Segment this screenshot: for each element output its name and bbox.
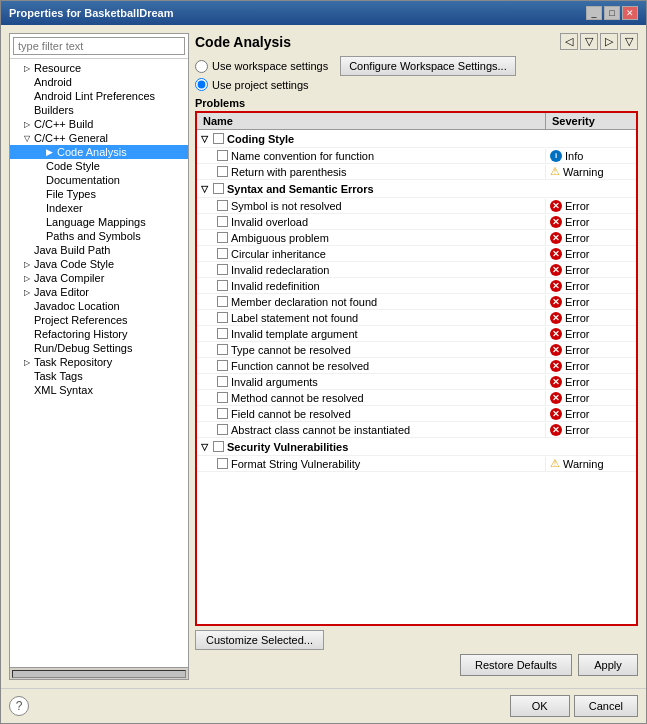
item-checkbox[interactable] [217, 392, 228, 403]
severity-label: Error [565, 264, 589, 276]
item-checkbox[interactable] [217, 296, 228, 307]
table-row[interactable]: Member declaration not found✕Error [197, 294, 636, 310]
collapse-icon[interactable]: ▽ [201, 442, 208, 452]
nav-forward-button[interactable]: ▷ [600, 33, 618, 50]
panel-header: Code Analysis ◁ ▽ ▷ ▽ [195, 33, 638, 50]
nav-forward-dropdown-button[interactable]: ▽ [620, 33, 638, 50]
error-icon: ✕ [550, 312, 562, 324]
apply-button[interactable]: Apply [578, 654, 638, 676]
table-row[interactable]: Symbol is not resolved✕Error [197, 198, 636, 214]
sidebar-item-builders[interactable]: Builders [10, 103, 188, 117]
sidebar-item-paths-symbols[interactable]: Paths and Symbols [10, 229, 188, 243]
cell-name: Format String Vulnerability [197, 457, 546, 471]
item-checkbox[interactable] [217, 328, 228, 339]
restore-defaults-button[interactable]: Restore Defaults [460, 654, 572, 676]
sidebar-item-android[interactable]: Android [10, 75, 188, 89]
table-row[interactable]: Ambiguous problem✕Error [197, 230, 636, 246]
sidebar-item-cpp-build[interactable]: ▷ C/C++ Build [10, 117, 188, 131]
sidebar-item-cpp-general[interactable]: ▽ C/C++ General [10, 131, 188, 145]
sidebar-item-run-debug[interactable]: Run/Debug Settings [10, 341, 188, 355]
configure-workspace-button[interactable]: Configure Workspace Settings... [340, 56, 516, 76]
error-icon: ✕ [550, 424, 562, 436]
ok-button[interactable]: OK [510, 695, 570, 717]
collapse-icon[interactable]: ▽ [201, 134, 208, 144]
section-checkbox[interactable] [213, 183, 224, 194]
item-checkbox[interactable] [217, 150, 228, 161]
table-body: ▽Coding StyleName convention for functio… [197, 130, 636, 624]
item-checkbox[interactable] [217, 248, 228, 259]
item-checkbox[interactable] [217, 200, 228, 211]
section-checkbox[interactable] [213, 441, 224, 452]
main-content: ▷ Resource Android Android Lint Preferen… [1, 25, 646, 688]
section-checkbox[interactable] [213, 133, 224, 144]
table-row[interactable]: Return with parenthesis⚠Warning [197, 164, 636, 180]
nav-dropdown-button[interactable]: ▽ [580, 33, 598, 50]
cell-severity: ✕Error [546, 199, 636, 213]
table-row[interactable]: Abstract class cannot be instantiated✕Er… [197, 422, 636, 438]
severity-label: Warning [563, 166, 604, 178]
sidebar-item-javadoc-location[interactable]: Javadoc Location [10, 299, 188, 313]
item-checkbox[interactable] [217, 232, 228, 243]
table-row[interactable]: Invalid redeclaration✕Error [197, 262, 636, 278]
table-row[interactable]: Method cannot be resolved✕Error [197, 390, 636, 406]
action-buttons: Restore Defaults Apply [195, 654, 638, 676]
sidebar-item-resource[interactable]: ▷ Resource [10, 61, 188, 75]
table-row[interactable]: Invalid overload✕Error [197, 214, 636, 230]
table-row[interactable]: Type cannot be resolved✕Error [197, 342, 636, 358]
item-checkbox[interactable] [217, 216, 228, 227]
sidebar-item-java-build-path[interactable]: Java Build Path [10, 243, 188, 257]
table-row[interactable]: Invalid template argument✕Error [197, 326, 636, 342]
item-label: Abstract class cannot be instantiated [231, 424, 410, 436]
item-checkbox[interactable] [217, 458, 228, 469]
nav-back-button[interactable]: ◁ [560, 33, 578, 50]
item-checkbox[interactable] [217, 424, 228, 435]
workspace-settings-radio[interactable] [195, 60, 208, 73]
maximize-button[interactable]: □ [604, 6, 620, 20]
sidebar-item-code-analysis[interactable]: ▶ Code Analysis [10, 145, 188, 159]
item-checkbox[interactable] [217, 280, 228, 291]
table-row[interactable]: Format String Vulnerability⚠Warning [197, 456, 636, 472]
sidebar-item-java-code-style[interactable]: ▷ Java Code Style [10, 257, 188, 271]
item-checkbox[interactable] [217, 408, 228, 419]
sidebar-item-label: Task Tags [34, 370, 83, 382]
horizontal-scrollbar[interactable] [12, 670, 186, 678]
table-row[interactable]: Invalid redefinition✕Error [197, 278, 636, 294]
sidebar-item-java-editor[interactable]: ▷ Java Editor [10, 285, 188, 299]
sidebar-item-android-lint[interactable]: Android Lint Preferences [10, 89, 188, 103]
sidebar-item-refactoring-history[interactable]: Refactoring History [10, 327, 188, 341]
sidebar-item-indexer[interactable]: Indexer [10, 201, 188, 215]
sidebar-item-documentation[interactable]: Documentation [10, 173, 188, 187]
item-checkbox[interactable] [217, 166, 228, 177]
project-settings-radio[interactable] [195, 78, 208, 91]
sidebar-item-project-references[interactable]: Project References [10, 313, 188, 327]
sidebar-item-file-types[interactable]: File Types [10, 187, 188, 201]
item-label: Function cannot be resolved [231, 360, 369, 372]
table-row[interactable]: Field cannot be resolved✕Error [197, 406, 636, 422]
sidebar-item-task-tags[interactable]: Task Tags [10, 369, 188, 383]
table-row[interactable]: Circular inheritance✕Error [197, 246, 636, 262]
collapse-icon[interactable]: ▽ [201, 184, 208, 194]
help-button[interactable]: ? [9, 696, 29, 716]
item-checkbox[interactable] [217, 264, 228, 275]
filter-input[interactable] [13, 37, 185, 55]
scrollbar-bottom[interactable] [10, 667, 188, 679]
item-checkbox[interactable] [217, 312, 228, 323]
item-checkbox[interactable] [217, 344, 228, 355]
cancel-button[interactable]: Cancel [574, 695, 638, 717]
table-row[interactable]: Name convention for functioniInfo [197, 148, 636, 164]
close-button[interactable]: ✕ [622, 6, 638, 20]
item-checkbox[interactable] [217, 360, 228, 371]
properties-dialog: Properties for BasketballDream _ □ ✕ ▷ R… [0, 0, 647, 724]
sidebar-item-java-compiler[interactable]: ▷ Java Compiler [10, 271, 188, 285]
sidebar-item-xml-syntax[interactable]: XML Syntax [10, 383, 188, 397]
table-row[interactable]: Function cannot be resolved✕Error [197, 358, 636, 374]
item-checkbox[interactable] [217, 376, 228, 387]
minimize-button[interactable]: _ [586, 6, 602, 20]
table-row[interactable]: Invalid arguments✕Error [197, 374, 636, 390]
sidebar-item-language-mappings[interactable]: Language Mappings [10, 215, 188, 229]
table-row[interactable]: Label statement not found✕Error [197, 310, 636, 326]
customize-selected-button[interactable]: Customize Selected... [195, 630, 324, 650]
sidebar-item-code-style[interactable]: Code Style [10, 159, 188, 173]
cell-severity: iInfo [546, 149, 636, 163]
sidebar-item-task-repository[interactable]: ▷ Task Repository [10, 355, 188, 369]
